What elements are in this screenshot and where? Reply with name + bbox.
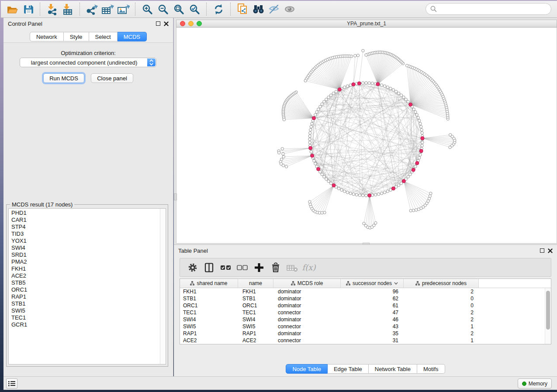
mcds-result-item[interactable]: ACE2 <box>9 272 159 279</box>
control-panel: Control Panel NetworkStyleSelectMCDS Opt… <box>3 18 173 376</box>
table-cell: 61 <box>341 302 404 309</box>
toolbar-separator <box>206 3 207 16</box>
table-cell: 2 <box>404 316 479 323</box>
mcds-result-item[interactable]: SWI5 <box>9 307 159 314</box>
search-binoculars-icon[interactable] <box>250 2 266 16</box>
mcds-result-item[interactable]: PHD1 <box>9 210 159 217</box>
zoom-in-icon[interactable] <box>139 2 155 16</box>
zoom-fit-icon[interactable] <box>171 2 187 16</box>
open-file-icon[interactable] <box>4 2 20 16</box>
vertical-splitter-handle[interactable] <box>174 193 177 200</box>
search-input[interactable] <box>426 3 551 15</box>
task-history-icon[interactable] <box>6 378 17 389</box>
mcds-result-item[interactable]: SWI4 <box>9 244 159 251</box>
export-table-icon[interactable] <box>100 2 115 16</box>
column-header-shared-name[interactable]: shared name <box>180 279 238 288</box>
table-row[interactable]: TEC1TEC1connector472 <box>180 309 551 316</box>
table-row[interactable]: ACE2ACE2connector311 <box>180 337 551 344</box>
add-column-icon[interactable] <box>252 260 266 275</box>
select-stepper-icon <box>147 58 156 66</box>
table-row[interactable]: YOX1YOX1connector291 <box>180 344 551 344</box>
table-cell: 2 <box>404 288 479 295</box>
close-panel-icon[interactable] <box>164 21 169 26</box>
mcds-result-item[interactable]: TID3 <box>9 230 159 237</box>
table-row[interactable]: STB1STB1dominator620 <box>180 295 551 302</box>
table-row[interactable]: ORC1ORC1dominator610 <box>180 302 551 309</box>
tab-edge-table[interactable]: Edge Table <box>328 364 369 374</box>
zoom-out-icon[interactable] <box>155 2 171 16</box>
column-header-predecessor-nodes[interactable]: predecessor nodes <box>404 279 479 288</box>
table-row[interactable]: FKH1FKH1dominator962 <box>180 288 551 295</box>
tab-select[interactable]: Select <box>89 32 118 41</box>
table-cell: 29 <box>341 344 404 344</box>
import-table-icon[interactable] <box>60 2 76 16</box>
mcds-result-item[interactable]: PMA2 <box>9 258 159 265</box>
deselect-all-icon[interactable] <box>235 260 250 275</box>
zoom-selected-icon[interactable] <box>187 2 202 16</box>
tab-network-table[interactable]: Network Table <box>369 364 417 374</box>
mcds-result-item[interactable]: CAR1 <box>9 217 159 224</box>
mcds-result-item[interactable]: GCR1 <box>9 321 159 328</box>
float-panel-icon[interactable] <box>156 21 160 26</box>
table-cell: SWI4 <box>180 316 238 323</box>
table-cell: FKH1 <box>180 288 238 295</box>
save-session-icon[interactable] <box>20 2 36 16</box>
mcds-result-item[interactable]: TEC1 <box>9 314 159 321</box>
mcds-result-item[interactable]: STB1 <box>9 300 159 307</box>
mcds-result-list[interactable]: PHD1CAR1STP4TID3YOX1SWI4SRD1PMA2FKH1ACE2… <box>8 208 166 364</box>
tab-style[interactable]: Style <box>64 32 89 41</box>
columns-icon[interactable] <box>202 260 217 275</box>
mcds-result-item[interactable]: FKH1 <box>9 265 159 272</box>
hide-selected-icon[interactable] <box>266 2 282 16</box>
table-cell: 1 <box>404 323 479 330</box>
column-type-icon <box>415 281 420 285</box>
float-panel-icon[interactable] <box>540 248 544 253</box>
select-all-icon[interactable] <box>218 260 233 275</box>
window-minimize-icon[interactable] <box>188 21 194 26</box>
optimization-criterion-value: largest connected component (undirected) <box>20 59 156 66</box>
mcds-list-scrollbar[interactable] <box>160 209 166 364</box>
close-panel-icon[interactable] <box>548 248 553 253</box>
table-row[interactable]: RAP1RAP1dominator352 <box>180 330 551 337</box>
copy-style-icon[interactable] <box>235 2 250 16</box>
mcds-result-item[interactable]: STB5 <box>9 279 159 286</box>
mcds-result-item[interactable]: SRD1 <box>9 251 159 258</box>
window-zoom-icon[interactable] <box>197 21 202 26</box>
gear-icon[interactable] <box>185 260 200 275</box>
show-all-icon[interactable] <box>282 2 298 16</box>
close-panel-button[interactable]: Close panel <box>91 73 133 83</box>
memory-button[interactable]: Memory <box>518 378 552 389</box>
node-table[interactable]: shared namenameMCDS rolesuccessor nodesp… <box>180 279 551 344</box>
network-window-titlebar[interactable]: YPA_prune.txt_1 <box>176 20 557 28</box>
column-header-successor-nodes[interactable]: successor nodes <box>341 279 404 288</box>
mcds-result-item[interactable]: STP4 <box>9 224 159 230</box>
column-header-name[interactable]: name <box>238 279 273 288</box>
network-canvas[interactable] <box>176 28 557 244</box>
mcds-result-item[interactable]: RAP1 <box>9 293 159 300</box>
import-network-icon[interactable] <box>44 2 60 16</box>
control-panel-title: Control Panel <box>8 21 42 27</box>
table-scrollbar[interactable] <box>545 288 551 344</box>
mcds-result-item[interactable]: YOX1 <box>9 237 159 244</box>
memory-status-icon <box>522 382 526 386</box>
column-header-label: successor nodes <box>353 280 392 286</box>
refresh-layout-icon[interactable] <box>211 2 226 16</box>
table-scrollbar-thumb[interactable] <box>546 291 550 330</box>
tab-mcds[interactable]: MCDS <box>118 32 147 41</box>
table-row[interactable]: SWI5SWI5connector431 <box>180 323 551 330</box>
export-network-icon[interactable] <box>84 2 100 16</box>
toolbar-separator <box>135 3 135 16</box>
tab-motifs[interactable]: Motifs <box>417 364 445 374</box>
table-cell: 47 <box>341 309 404 316</box>
window-close-icon[interactable] <box>180 21 185 26</box>
table-row[interactable]: SWI4SWI4dominator462 <box>180 316 551 323</box>
run-mcds-button[interactable]: Run MCDS <box>43 73 84 83</box>
column-header-MCDS-role[interactable]: MCDS role <box>273 279 341 288</box>
tab-network[interactable]: Network <box>30 32 64 41</box>
optimization-criterion-select[interactable]: largest connected component (undirected) <box>20 58 156 67</box>
export-image-icon[interactable] <box>115 2 131 16</box>
table-cell: ACE2 <box>180 337 238 344</box>
delete-icon[interactable] <box>268 260 283 275</box>
mcds-result-item[interactable]: ORC1 <box>9 286 159 293</box>
tab-node-table[interactable]: Node Table <box>286 364 328 374</box>
